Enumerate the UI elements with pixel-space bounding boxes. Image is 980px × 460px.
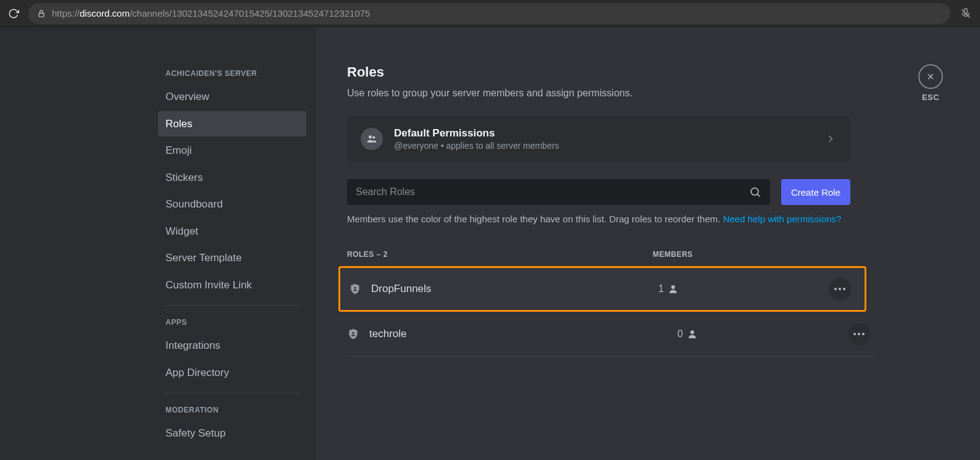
svg-point-16 [858, 333, 860, 335]
svg-point-15 [853, 333, 856, 335]
default-perm-title: Default Permissions [394, 127, 813, 140]
sidebar-item-server-template[interactable]: Server Template [158, 245, 306, 271]
search-box[interactable] [347, 179, 770, 205]
sidebar-item-emoji[interactable]: Emoji [158, 138, 306, 164]
close-wrap: ESC [918, 64, 943, 102]
mic-muted-icon[interactable] [957, 8, 975, 19]
default-permissions-card[interactable]: Default Permissions @everyone • applies … [347, 116, 850, 162]
shield-icon [349, 282, 362, 296]
svg-point-12 [843, 288, 845, 290]
role-row-techrole[interactable]: techrole 0 [347, 312, 875, 357]
settings-sidebar: ACHICAIDEN'S SERVER Overview Roles Emoji… [0, 27, 316, 460]
chevron-right-icon [824, 133, 837, 145]
svg-point-9 [671, 285, 675, 289]
page-title: Roles [347, 64, 943, 80]
person-icon [668, 283, 679, 295]
address-bar[interactable]: https://discord.com/channels/13021345242… [28, 3, 950, 24]
hint-text: Members use the color of the highest rol… [347, 212, 850, 225]
role-more-button[interactable] [829, 278, 851, 300]
role-name: techrole [369, 328, 677, 340]
svg-line-7 [758, 194, 760, 197]
search-icon [749, 186, 761, 198]
members-column-header: MEMBERS [653, 250, 733, 259]
roles-table-header: ROLES – 2 MEMBERS [347, 250, 850, 259]
sidebar-item-custom-invite-link[interactable]: Custom Invite Link [158, 272, 306, 298]
everyone-icon [361, 128, 383, 150]
page-subtitle: Use roles to group your server members a… [347, 88, 943, 99]
svg-point-10 [834, 288, 837, 290]
sidebar-item-overview[interactable]: Overview [158, 84, 306, 110]
apps-header: APPS [158, 313, 306, 332]
roles-column-header: ROLES – 2 [347, 250, 653, 259]
reload-icon [8, 8, 19, 19]
role-name: DropFunnels [371, 283, 658, 295]
server-name-header: ACHICAIDEN'S SERVER [158, 64, 306, 83]
reload-button[interactable] [5, 5, 22, 22]
create-role-button[interactable]: Create Role [781, 179, 850, 205]
esc-label: ESC [918, 93, 943, 102]
sidebar-item-app-directory[interactable]: App Directory [158, 360, 306, 386]
more-icon [834, 288, 845, 290]
member-count: 1 [658, 283, 739, 295]
shield-icon [347, 327, 361, 341]
person-icon [687, 328, 698, 340]
svg-point-8 [354, 287, 356, 289]
svg-point-5 [372, 136, 375, 138]
svg-point-6 [751, 188, 758, 195]
settings-content: ESC Roles Use roles to group your server… [316, 27, 980, 460]
role-row-dropfunnels[interactable]: DropFunnels 1 [338, 266, 866, 312]
moderation-header: MODERATION [158, 401, 306, 419]
svg-point-13 [352, 332, 354, 334]
sidebar-item-safety-setup[interactable]: Safety Setup [158, 420, 306, 446]
url-text: https://discord.com/channels/13021345242… [52, 8, 370, 19]
more-icon [853, 333, 865, 335]
sidebar-item-roles[interactable]: Roles [158, 111, 306, 137]
svg-rect-0 [39, 13, 44, 17]
browser-bar: https://discord.com/channels/13021345242… [0, 0, 980, 27]
close-icon [926, 72, 936, 82]
default-perm-subtitle: @everyone • applies to all server member… [394, 141, 813, 151]
sidebar-item-soundboard[interactable]: Soundboard [158, 191, 306, 217]
member-count: 0 [677, 328, 758, 340]
sidebar-item-stickers[interactable]: Stickers [158, 165, 306, 191]
lock-icon [37, 9, 46, 18]
role-more-button[interactable] [848, 323, 870, 345]
sidebar-item-widget[interactable]: Widget [158, 219, 306, 245]
close-button[interactable] [918, 64, 943, 89]
sidebar-item-integrations[interactable]: Integrations [158, 333, 306, 359]
svg-point-14 [690, 330, 694, 334]
search-input[interactable] [356, 186, 749, 198]
divider [164, 305, 300, 306]
divider [164, 393, 300, 393]
svg-point-4 [369, 135, 372, 138]
help-link[interactable]: Need help with permissions? [723, 214, 842, 224]
svg-point-17 [862, 333, 865, 335]
svg-point-11 [839, 288, 841, 290]
